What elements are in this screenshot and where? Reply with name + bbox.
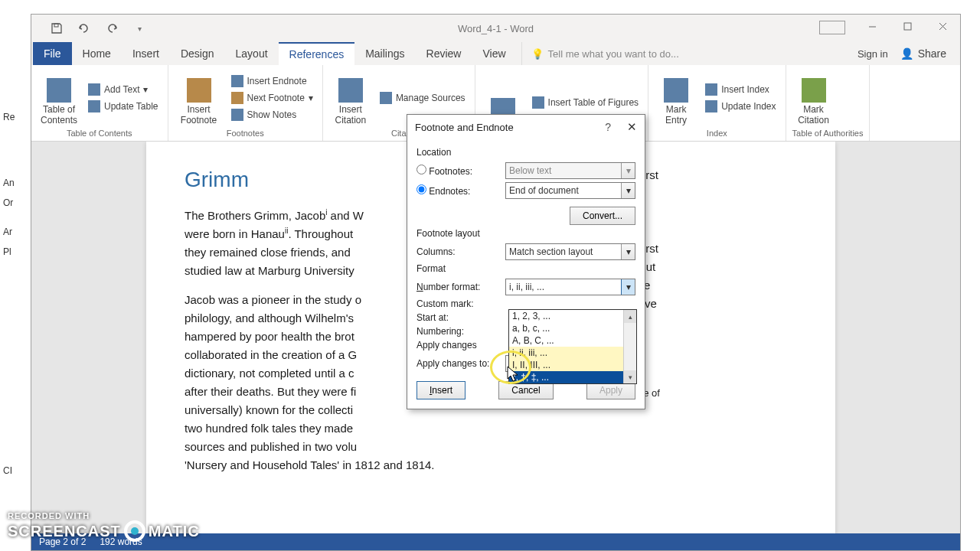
watermark: RECORDED WITH SCREENCASTMATIC [8,511,200,542]
word-window: ▾ Word_4-1 - Word File Home Insert Desig… [31,14,961,551]
group-label-index: Index [655,127,779,139]
footnotes-location-combo: Below text▾ [505,162,635,179]
label-applyto: Apply changes to: [416,358,499,369]
insert-tof-button[interactable]: Insert Table of Figures [529,95,642,110]
dialog-help-button[interactable]: ? [605,121,611,133]
footnote-endnote-dialog: Footnote and Endnote ? ✕ Location Footno… [407,114,645,409]
footnote-icon [187,78,211,103]
dd-item-lower-alpha[interactable]: a, b, c, ... [509,322,636,334]
citation-icon [338,78,363,103]
insert-button[interactable]: Insert [416,381,466,399]
update-table-button[interactable]: Update Table [85,99,162,114]
left-cropped-strip: Re An Or Ar Pl CI [0,0,31,551]
numberformat-dropdown[interactable]: 1, 2, 3, ... a, b, c, ... A, B, C, ... i… [508,309,637,384]
chevron-down-icon: ▾ [621,163,635,178]
scroll-up-icon[interactable]: ▴ [624,310,636,323]
label-numbering: Numbering: [416,326,499,337]
lightbulb-icon: 💡 [531,48,544,60]
signin-link[interactable]: Sign in [858,48,888,60]
chevron-down-icon[interactable]: ▾ [621,244,635,259]
scroll-down-icon[interactable]: ▾ [624,370,636,383]
toc-button[interactable]: Table of Contents [38,68,80,127]
mark-entry-button[interactable]: Mark Entry [655,68,697,127]
group-label-toa: Table of Authorities [792,127,864,139]
insert-citation-button[interactable]: Insert Citation [329,68,372,127]
update-index-icon [705,100,717,112]
qat-customize-icon[interactable]: ▾ [129,18,149,38]
convert-button[interactable]: Convert... [570,207,635,225]
dropdown-scrollbar[interactable]: ▴ ▾ [623,310,636,383]
insert-endnote-button[interactable]: Insert Endnote [228,73,316,89]
insert-index-icon [705,83,717,96]
toc-icon [47,78,71,103]
endnotes-location-combo[interactable]: End of document▾ [505,182,635,199]
dd-item-upper-roman[interactable]: I, II, III, ... [509,359,636,371]
insert-footnote-button[interactable]: Insert Footnote [175,68,224,127]
label-custommark: Custom mark: [416,298,499,309]
label-numberformat: Number format: [416,282,499,292]
titlebar: ▾ Word_4-1 - Word [31,15,960,42]
group-label-footnotes: Footnotes [175,127,316,139]
watermark-logo-icon [124,520,145,542]
label-columns: Columns: [416,246,499,257]
radio-footnotes-input[interactable] [416,165,426,174]
tab-file[interactable]: File [33,42,72,65]
plus-icon [88,83,100,96]
section-location: Location [416,147,635,158]
section-fnlayout: Footnote layout [416,228,635,239]
tab-insert[interactable]: Insert [122,42,170,65]
numberformat-combo[interactable]: i, ii, iii, ...▾ [505,279,635,295]
chevron-down-icon[interactable]: ▾ [621,279,635,295]
endnote-icon [231,75,243,87]
minimize-button[interactable] [854,15,890,37]
ribbon-tabs: File Home Insert Design Layout Reference… [31,42,960,65]
show-notes-icon [231,109,243,121]
radio-footnotes[interactable]: Footnotes: [416,165,499,177]
next-footnote-button[interactable]: Next Footnote ▾ [228,90,316,106]
ribbon-display-options[interactable] [819,21,845,34]
tell-me-search[interactable]: 💡 Tell me what you want to do... [521,42,679,65]
dd-item-lower-roman[interactable]: i, ii, iii, ... [509,347,636,359]
share-button[interactable]: 👤 Share [900,47,946,60]
tab-design[interactable]: Design [170,42,225,65]
label-startat: Start at: [416,312,499,323]
sources-icon [380,92,392,104]
radio-endnotes-input[interactable] [416,184,426,194]
dd-item-upper-alpha[interactable]: A, B, C, ... [509,334,636,347]
dialog-titlebar[interactable]: Footnote and Endnote ? ✕ [407,115,645,139]
dd-item-arabic[interactable]: 1, 2, 3, ... [509,310,636,322]
update-index-button[interactable]: Update Index [702,99,779,114]
dialog-title-text: Footnote and Endnote [415,122,514,133]
tab-home[interactable]: Home [72,42,122,65]
radio-endnotes[interactable]: Endnotes: [416,184,499,197]
columns-combo[interactable]: Match section layout▾ [505,243,635,260]
show-notes-button[interactable]: Show Notes [228,107,316,122]
share-icon: 👤 [900,47,913,60]
svg-rect-1 [904,23,911,30]
manage-sources-button[interactable]: Manage Sources [377,90,469,106]
save-icon[interactable] [47,18,67,38]
tab-references[interactable]: References [279,42,355,65]
undo-icon[interactable] [74,18,94,38]
maximize-button[interactable] [890,15,925,37]
chevron-down-icon[interactable]: ▾ [621,183,635,198]
close-button[interactable] [925,15,960,37]
section-format: Format [416,263,635,274]
next-footnote-icon [231,92,243,104]
redo-icon[interactable] [102,18,122,38]
group-label-toc: Table of Contents [38,127,162,139]
tab-layout[interactable]: Layout [225,42,279,65]
tab-review[interactable]: Review [416,42,472,65]
dialog-close-button[interactable]: ✕ [627,120,637,134]
refresh-icon [88,100,100,112]
add-text-button[interactable]: Add Text ▾ [85,82,162,97]
mark-entry-icon [664,78,688,103]
insert-index-button[interactable]: Insert Index [702,82,779,97]
tof-icon [532,96,544,109]
dd-item-symbols[interactable]: *, †, ‡, ... [509,371,636,383]
tab-view[interactable]: View [472,42,516,65]
tab-mailings[interactable]: Mailings [354,42,415,65]
mark-citation-icon [802,78,826,103]
mark-citation-button[interactable]: Mark Citation [792,68,835,127]
